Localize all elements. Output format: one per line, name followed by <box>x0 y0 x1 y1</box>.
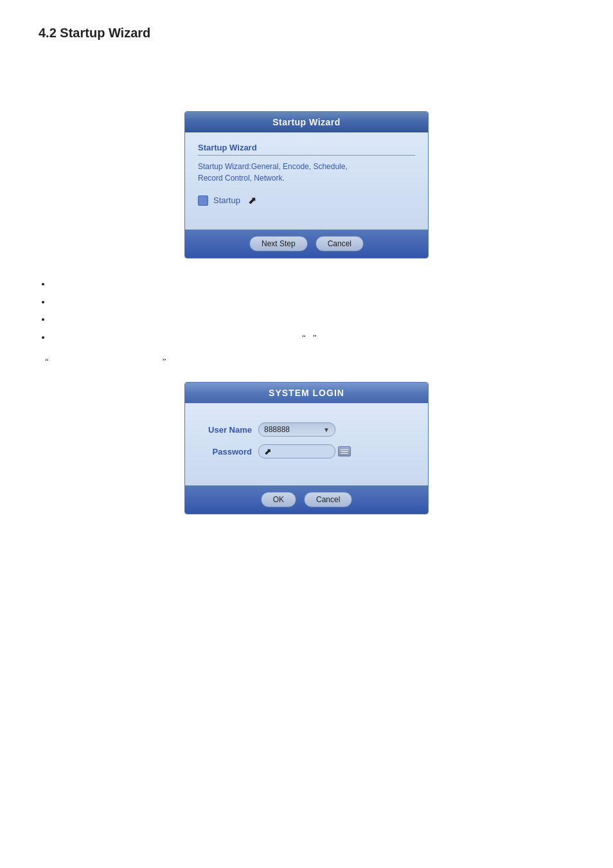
password-input-wrapper: ⬈ <box>258 444 351 458</box>
startup-checkbox[interactable] <box>198 195 208 206</box>
login-dialog: SYSTEM LOGIN User Name 888888 ▼ Password… <box>184 382 429 514</box>
keyboard-line-1 <box>341 449 348 450</box>
login-titlebar: SYSTEM LOGIN <box>185 383 428 403</box>
username-value: 888888 <box>264 425 290 434</box>
username-row: User Name 888888 ▼ <box>200 422 413 437</box>
startup-wizard-footer: Next Step Cancel <box>185 230 428 258</box>
cursor-icon: ⬈ <box>248 194 256 206</box>
bullet-item-4: “ ” <box>51 331 574 344</box>
open-quote: “ <box>302 332 306 342</box>
bullet-item-2 <box>51 296 574 309</box>
startup-row: Startup ⬈ <box>198 194 415 206</box>
close-quote: ” <box>313 332 317 342</box>
bullet-item-3 <box>51 313 574 326</box>
bullet-list: “ ” <box>39 278 574 343</box>
startup-label: Startup <box>213 195 240 205</box>
login-cancel-button[interactable]: Cancel <box>304 492 352 507</box>
username-input-wrapper: 888888 ▼ <box>258 422 335 437</box>
keyboard-lines <box>341 449 348 454</box>
next-step-button[interactable]: Next Step <box>249 236 308 251</box>
login-footer: OK Cancel <box>185 485 428 514</box>
keyboard-icon[interactable] <box>338 446 351 457</box>
login-body: User Name 888888 ▼ Password ⬈ <box>185 403 428 485</box>
startup-wizard-body: Startup Wizard Startup Wizard:General, E… <box>185 132 428 230</box>
username-input[interactable]: 888888 ▼ <box>258 422 335 437</box>
wizard-description: Startup Wizard:General, Encode, Schedule… <box>198 161 415 184</box>
keyboard-line-2 <box>341 451 348 452</box>
startup-wizard-titlebar: Startup Wizard <box>185 112 428 132</box>
page-title: 4.2 Startup Wizard <box>39 26 574 41</box>
sub-note: “ ” <box>39 356 574 366</box>
password-row: Password ⬈ <box>200 444 413 458</box>
ok-button[interactable]: OK <box>261 492 296 507</box>
sub-close-quote: ” <box>163 356 166 366</box>
startup-wizard-section: Startup Wizard Startup Wizard Startup Wi… <box>39 111 574 258</box>
sub-open-quote: “ <box>45 356 49 366</box>
password-cursor-icon: ⬈ <box>264 446 272 457</box>
wizard-label: Startup Wizard <box>198 143 415 156</box>
password-input[interactable]: ⬈ <box>258 444 335 458</box>
dropdown-arrow-icon[interactable]: ▼ <box>323 426 330 433</box>
bullet-item-1 <box>51 278 574 291</box>
username-label: User Name <box>200 425 252 435</box>
startup-wizard-dialog: Startup Wizard Startup Wizard Startup Wi… <box>184 111 429 258</box>
login-dialog-section: SYSTEM LOGIN User Name 888888 ▼ Password… <box>39 382 574 514</box>
password-label: Password <box>200 447 252 457</box>
keyboard-line-3 <box>341 453 348 454</box>
cancel-button[interactable]: Cancel <box>315 236 364 251</box>
